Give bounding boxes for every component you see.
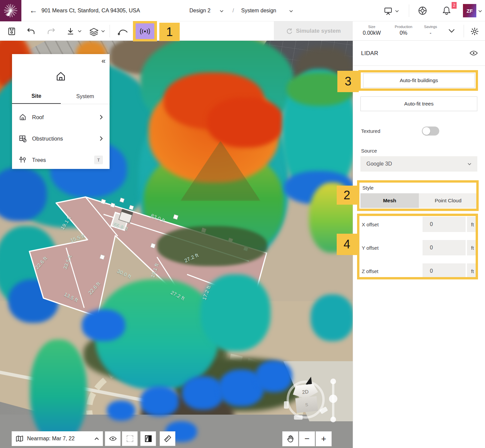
design-toolbar: Simulate system Size 0.00kW Production 0…: [0, 21, 485, 41]
download-icon[interactable]: [66, 27, 74, 36]
lidar-tree: [200, 274, 271, 351]
tilt-slider-knob[interactable]: [329, 395, 337, 403]
simulate-system-button: Simulate system: [274, 21, 353, 41]
back-button[interactable]: ←: [29, 6, 37, 15]
source-value: Google 3D: [366, 161, 392, 167]
ruler-icon: [164, 435, 172, 443]
toolbar-divider: [464, 25, 464, 37]
autofit-trees-button[interactable]: Auto-fit trees: [360, 96, 477, 111]
undo-icon[interactable]: [27, 27, 35, 36]
save-icon[interactable]: [7, 27, 16, 36]
tilt-slider-end[interactable]: [330, 417, 336, 422]
lidar-low-veg: [140, 386, 179, 416]
crop-region-button: [122, 431, 138, 446]
imagery-date-dropdown[interactable]: Nearmap: Mar 7, 22: [12, 431, 103, 446]
menu-item-obstructions[interactable]: Obstructions: [12, 131, 110, 147]
chevron-right-icon: [100, 136, 103, 141]
compass-cube[interactable]: 2D S: [292, 383, 320, 413]
menu-item-label: Trees: [32, 157, 46, 163]
ring-handle[interactable]: [294, 415, 303, 420]
lidar-low-veg: [107, 401, 135, 421]
lidar-tree: [30, 340, 87, 443]
chevron-right-icon: [100, 115, 103, 120]
avatar[interactable]: ZF: [463, 4, 476, 17]
redo-icon: [47, 27, 55, 36]
menu-item-label: Obstructions: [32, 136, 63, 142]
crop-select-icon: [126, 435, 134, 442]
annotation-3: 3: [337, 71, 359, 92]
lidar-low-veg: [82, 309, 125, 341]
stat-size: Size 0.00kW: [360, 25, 383, 36]
lidar-low-veg: [182, 376, 224, 410]
site-tools-panel: « Site System Roof: [12, 54, 110, 169]
trees-icon: [19, 156, 27, 164]
starburst-logo-icon: [3, 3, 19, 19]
view-cube-control[interactable]: 2D S: [287, 381, 327, 421]
layer-visibility-eye-icon[interactable]: [469, 50, 478, 56]
cube-face-south[interactable]: S: [295, 396, 318, 413]
app-logo[interactable]: [0, 0, 21, 21]
annotation-4: 4: [337, 234, 357, 255]
menu-item-trees[interactable]: Trees T: [12, 152, 110, 168]
shortcut-badge: T: [94, 156, 103, 164]
stat-savings: Savings -: [420, 25, 441, 36]
app-window: ← 901 Mears Ct, Stanford, CA 94305, USA …: [0, 0, 485, 448]
chevron-down-icon[interactable]: [395, 10, 399, 12]
chevron-up-icon: [95, 437, 99, 440]
chevron-down-icon[interactable]: [220, 10, 223, 12]
panel-title: LIDAR: [361, 50, 378, 57]
textured-toggle[interactable]: [422, 127, 439, 136]
design-dropdown[interactable]: Design 2: [189, 8, 210, 14]
project-address: 901 Mears Ct, Stanford, CA 94305, USA: [41, 7, 140, 14]
source-label: Source: [361, 148, 377, 154]
overhanging-foliage: [157, 226, 267, 266]
lidar-tool-button[interactable]: [136, 23, 154, 39]
help-lifebuoy-icon[interactable]: [418, 6, 428, 16]
pan-tool-button[interactable]: [282, 431, 298, 446]
annotation-box-autofit: [358, 70, 478, 91]
tab-system[interactable]: System: [61, 89, 110, 104]
measure-button[interactable]: [160, 431, 175, 446]
source-select[interactable]: Google 3D: [360, 156, 477, 172]
home-icon: [55, 71, 66, 82]
chevron-down-icon[interactable]: [101, 30, 105, 32]
header-bar: ← 901 Mears Ct, Stanford, CA 94305, USA …: [0, 0, 485, 21]
chevron-down-icon[interactable]: [289, 10, 293, 12]
settings-gear-icon[interactable]: [470, 27, 479, 36]
chevron-down-icon: [468, 163, 471, 165]
zoom-in-button[interactable]: +: [316, 431, 332, 446]
stat-production: Production 0%: [388, 25, 419, 36]
annotation-1: 1: [159, 23, 180, 41]
menu-item-roof[interactable]: Roof: [12, 109, 110, 125]
chevron-down-icon[interactable]: [78, 30, 82, 32]
eye-icon: [109, 436, 117, 441]
map-icon: [16, 435, 24, 442]
toggle-knob: [423, 127, 430, 135]
zoom-out-button[interactable]: −: [299, 431, 315, 446]
page-dropdown[interactable]: System design: [241, 8, 276, 14]
textured-label: Textured: [361, 128, 380, 134]
lidar-low-veg: [311, 294, 353, 341]
menu-item-label: Roof: [32, 114, 44, 121]
toggle-visibility-button[interactable]: [105, 431, 121, 446]
refresh-icon: [286, 28, 293, 34]
obstructions-icon: [19, 135, 27, 143]
contrast-icon: [145, 435, 152, 442]
collapse-panel-button[interactable]: «: [102, 57, 106, 65]
contrast-overlay-button[interactable]: [140, 431, 156, 446]
map-3d-viewport[interactable]: 19.1 ft 15.5 ft 55.8 ft 83.0 ft 22.6 ft …: [0, 41, 353, 448]
draw-curve-icon[interactable]: [118, 28, 128, 36]
layers-icon[interactable]: [89, 27, 99, 36]
annotation-box-style: [357, 180, 479, 211]
notifications-bell-icon[interactable]: [442, 6, 452, 16]
tab-site[interactable]: Site: [12, 89, 61, 104]
hand-icon: [287, 435, 294, 443]
chevron-down-icon[interactable]: [478, 10, 482, 12]
ring-handle[interactable]: [284, 401, 289, 409]
lidar-signal-icon: [139, 28, 151, 35]
notification-badge: 2: [452, 2, 457, 9]
stats-expand-chevron-icon[interactable]: [448, 29, 455, 33]
present-screen-icon[interactable]: [383, 6, 393, 15]
annotation-2: 2: [337, 186, 357, 205]
tilt-slider-end[interactable]: [330, 379, 336, 384]
